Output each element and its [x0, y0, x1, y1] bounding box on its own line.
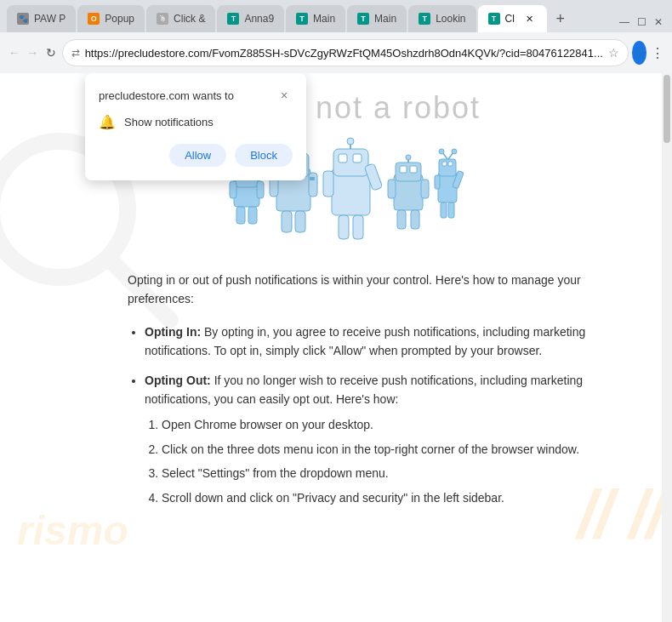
tab-label-main2: Main [374, 13, 396, 25]
svg-point-29 [347, 138, 354, 145]
svg-rect-33 [353, 215, 363, 239]
svg-point-49 [439, 149, 444, 154]
tab-lookin[interactable]: T Lookin [408, 5, 476, 32]
svg-rect-27 [353, 154, 362, 163]
minimize-button[interactable]: — [618, 15, 631, 29]
opting-in-text: By opting in, you agree to receive push … [145, 325, 585, 357]
svg-rect-41 [421, 180, 429, 198]
svg-rect-20 [309, 173, 317, 197]
tab-label-click: Click & [174, 13, 205, 25]
tab-main2[interactable]: T Main [347, 5, 407, 32]
svg-rect-36 [400, 166, 407, 173]
tab-favicon-paw: 🐾 [17, 13, 29, 25]
opting-out-label: Opting Out: [145, 374, 211, 387]
svg-point-39 [406, 155, 411, 160]
tab-favicon-main1: T [296, 13, 308, 25]
svg-rect-55 [448, 203, 454, 218]
back-button[interactable]: ← [7, 41, 22, 65]
webpage: // // rismo you are not a robot [0, 73, 672, 622]
opt-out-steps: Open Chrome browser on your desktop. Cli… [145, 415, 604, 507]
forward-button[interactable]: → [26, 41, 41, 65]
svg-rect-45 [439, 159, 456, 176]
security-icon: ⇄ [71, 47, 80, 59]
svg-rect-40 [388, 180, 396, 198]
close-window-button[interactable]: ✕ [652, 15, 665, 29]
block-button[interactable]: Block [235, 144, 293, 167]
window-controls: — ☐ ✕ [618, 15, 672, 32]
svg-rect-43 [411, 210, 419, 229]
article-intro: Opting in or out of push notifications i… [128, 271, 604, 309]
tab-label-lookin: Lookin [436, 13, 465, 25]
tab-favicon-lookin: T [419, 13, 430, 25]
tab-popup[interactable]: O Popup [77, 5, 145, 32]
article-list: Opting In: By opting in, you agree to re… [128, 322, 604, 507]
popup-buttons: Allow Block [99, 144, 293, 167]
tab-favicon-anna9: T [227, 13, 239, 25]
svg-rect-23 [295, 211, 305, 232]
tab-bar: 🐾 PAW P O Popup 🖱 Click & T Anna9 T Main… [0, 0, 672, 32]
tab-close-cl[interactable]: ✕ [523, 12, 537, 26]
tab-label-cl: Cl [505, 13, 515, 25]
svg-rect-10 [236, 207, 245, 224]
url-bar[interactable]: ⇄ https://precludestore.com/FvomZ885SH-s… [62, 39, 629, 66]
url-text: https://precludestore.com/FvomZ885SH-sDV… [85, 47, 603, 60]
tab-favicon-cl: T [488, 13, 500, 25]
svg-rect-22 [282, 211, 292, 232]
tab-favicon-click: 🖱 [157, 13, 168, 25]
reload-button[interactable]: ↻ [43, 41, 59, 65]
step-4: Scroll down and click on "Privacy and se… [162, 488, 604, 507]
svg-rect-42 [397, 210, 406, 229]
tab-favicon-popup: O [88, 13, 100, 25]
browser-frame: 🐾 PAW P O Popup 🖱 Click & T Anna9 T Main… [0, 0, 672, 622]
svg-rect-9 [257, 181, 264, 198]
step-1: Open Chrome browser on your desktop. [162, 415, 604, 434]
profile-button[interactable]: 👤 [632, 41, 647, 65]
step-3: Select "Settings" from the dropdown menu… [162, 464, 604, 482]
popup-header: precludestore.com wants to × [99, 87, 293, 104]
tab-paw[interactable]: 🐾 PAW P [7, 5, 76, 32]
step-2: Click on the three dots menu icon in the… [162, 440, 604, 459]
notification-popup: precludestore.com wants to × 🔔 Show noti… [85, 73, 306, 180]
popup-close-button[interactable]: × [276, 87, 293, 104]
tab-cl-active[interactable]: T Cl ✕ [478, 5, 547, 32]
tab-label-paw: PAW P [34, 13, 65, 25]
allow-button[interactable]: Allow [169, 144, 226, 167]
svg-rect-46 [442, 162, 447, 166]
tab-anna9[interactable]: T Anna9 [217, 5, 284, 32]
popup-permission-text: Show notifications [124, 116, 214, 128]
popup-notification-row: 🔔 Show notifications [99, 114, 293, 130]
new-tab-button[interactable]: + [549, 7, 572, 31]
tab-favicon-main2: T [357, 13, 369, 25]
list-item-opting-out: Opting Out: If you no longer wish to rec… [145, 371, 604, 507]
tab-label-popup: Popup [105, 13, 134, 25]
svg-rect-47 [448, 162, 453, 166]
svg-point-51 [452, 149, 457, 154]
svg-rect-52 [435, 175, 440, 189]
list-item-opting-in: Opting In: By opting in, you agree to re… [145, 322, 604, 361]
tab-label-main1: Main [313, 13, 335, 25]
svg-rect-25 [333, 149, 368, 176]
tab-click[interactable]: 🖱 Click & [146, 5, 215, 32]
opting-in-label: Opting In: [145, 325, 201, 339]
svg-rect-26 [339, 154, 347, 163]
svg-rect-30 [323, 171, 333, 197]
opting-out-text: If you no longer wish to receive push no… [145, 374, 583, 406]
address-bar: ← → ↻ ⇄ https://precludestore.com/FvomZ8… [0, 32, 672, 73]
bookmark-star-icon[interactable]: ☆ [608, 46, 619, 60]
bell-icon: 🔔 [99, 114, 116, 130]
article-text: Opting in or out of push notifications i… [0, 271, 672, 507]
chrome-menu-button[interactable]: ⋮ [650, 41, 665, 65]
tab-label-anna9: Anna9 [244, 13, 274, 25]
popup-title: precludestore.com wants to [99, 89, 234, 102]
svg-rect-32 [339, 215, 349, 239]
svg-rect-8 [230, 181, 236, 198]
maximize-button[interactable]: ☐ [635, 15, 648, 29]
svg-rect-21 [310, 177, 315, 180]
svg-rect-54 [441, 203, 447, 218]
svg-rect-11 [248, 207, 257, 224]
svg-rect-37 [410, 166, 417, 173]
tab-main1[interactable]: T Main [286, 5, 345, 32]
page-area: // // rismo you are not a robot [0, 73, 672, 622]
